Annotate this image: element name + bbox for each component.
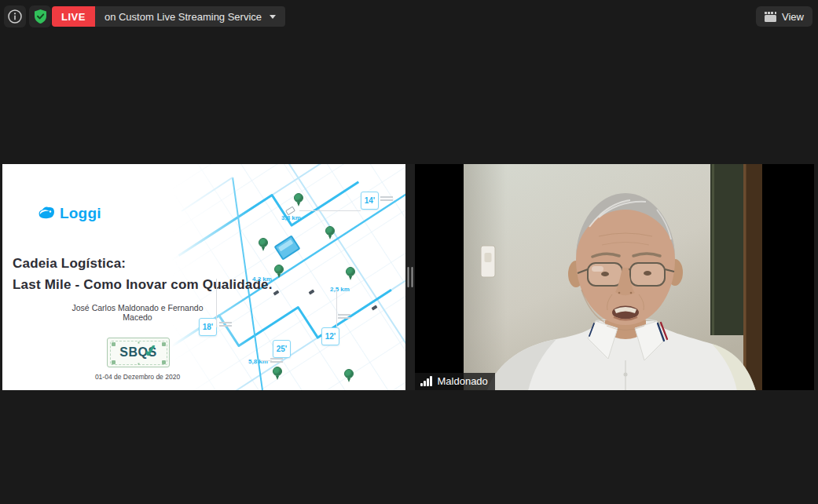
map-courier-icon	[371, 305, 377, 310]
map-time-marker: 14'	[361, 192, 379, 210]
map-courier-icon	[273, 290, 279, 295]
map-time-marker: 18'	[199, 318, 217, 336]
map-courier-icon	[308, 289, 314, 294]
slide-content: Loggi Cadeia Logística: Last Mile - Como…	[2, 164, 405, 390]
loggi-logo: Loggi	[37, 205, 101, 222]
sbqs-check-mark: ✓	[143, 341, 159, 361]
map-pin-icon	[274, 265, 284, 274]
map-pin-icon	[344, 369, 354, 378]
map-pin-icon	[273, 367, 282, 376]
top-bar: LIVE on Custom Live Streaming Service Vi…	[0, 0, 818, 33]
map-coordinate-text	[338, 314, 350, 316]
slide-authors: José Carlos Maldonado e Fernando Macedo	[57, 303, 218, 322]
map-connector-line	[336, 290, 337, 327]
door-frame	[743, 164, 762, 390]
map-time-marker: 12'	[321, 327, 339, 345]
map-pin-icon	[294, 193, 303, 203]
participant-name-tag: Maldonado	[415, 373, 495, 390]
caret-down-icon	[270, 15, 276, 19]
map-distance-label: 5,8 km	[248, 358, 268, 365]
map-coordinate-text	[219, 322, 232, 323]
shield-check-icon	[33, 9, 48, 24]
layout-grid-icon	[765, 12, 776, 22]
audio-level-icon	[420, 376, 432, 386]
resize-handle[interactable]	[408, 267, 413, 287]
door	[710, 164, 743, 335]
map-pin-icon	[325, 226, 335, 236]
map-time-marker: 25'	[273, 340, 291, 358]
map-coordinate-text	[270, 358, 283, 360]
webcam-video-panel[interactable]: Maldonado	[415, 164, 814, 390]
presentation-slide-panel[interactable]: Loggi Cadeia Logística: Last Mile - Como…	[2, 164, 405, 390]
webcam-video-frame	[464, 164, 762, 390]
map-connector-line	[299, 210, 361, 211]
map-pin-icon	[346, 267, 355, 276]
map-distance-label: 4,2 km	[252, 276, 272, 283]
view-button-label: View	[782, 11, 804, 23]
streaming-studio-window: LIVE on Custom Live Streaming Service Vi…	[0, 0, 818, 504]
live-destination-dropdown[interactable]: LIVE on Custom Live Streaming Service	[52, 6, 285, 27]
loggi-rabbit-icon	[37, 205, 56, 222]
slide-title-line2: Last Mile - Como Inovar com Qualidade.	[13, 277, 273, 293]
info-button[interactable]	[4, 5, 26, 27]
light-switch	[481, 246, 495, 277]
sbqs-event-logo: SBQS ✓	[107, 338, 170, 367]
info-icon	[7, 9, 23, 24]
slide-title-line1: Cadeia Logística:	[13, 256, 126, 272]
map-pin-icon	[259, 238, 268, 247]
destination-label: on Custom Live Streaming Service	[105, 11, 262, 23]
participant-name: Maldonado	[438, 375, 488, 387]
loggi-wordmark: Loggi	[60, 205, 101, 222]
map-coordinate-text	[380, 196, 393, 198]
panel-divider	[405, 164, 415, 390]
view-button[interactable]: View	[756, 6, 812, 27]
connection-secure-button[interactable]	[29, 5, 51, 27]
map-connector-line	[216, 279, 217, 327]
map-distance-label: 2,5 km	[330, 286, 350, 293]
map-building-icon	[273, 235, 300, 260]
map-distance-label: 3,8 km	[281, 214, 301, 221]
live-badge: LIVE	[52, 6, 95, 27]
slide-event-date: 01-04 de Dezembro de 2020	[57, 373, 218, 381]
